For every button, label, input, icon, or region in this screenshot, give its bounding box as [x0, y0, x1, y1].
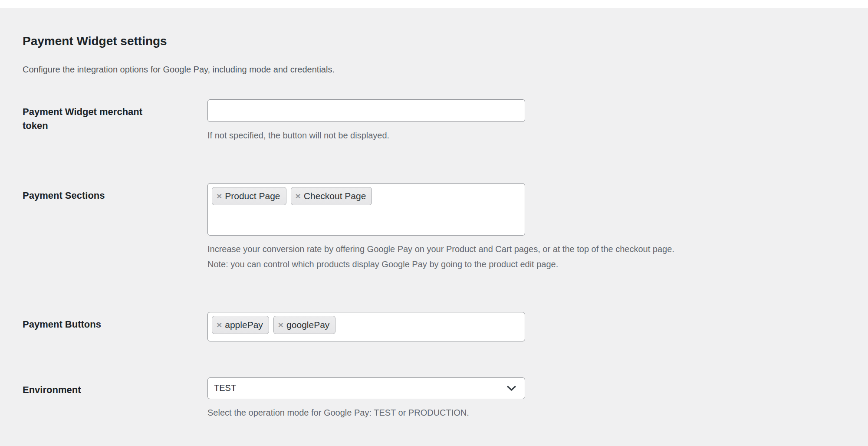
payment-buttons-label-text: Payment Buttons — [23, 318, 166, 331]
tag-label: Checkout Page — [304, 191, 366, 201]
environment-select[interactable]: TEST — [207, 377, 525, 399]
row-merchant-token: Payment Widget merchant token If not spe… — [23, 99, 827, 143]
payment-buttons-field: × applePay × googlePay — [207, 312, 827, 341]
environment-help: Select the operation mode for Google Pay… — [207, 405, 827, 420]
environment-label-text: Environment — [23, 383, 166, 397]
merchant-token-field: If not specified, the button will not be… — [207, 99, 827, 143]
payment-sections-field: × Product Page × Checkout Page Increase … — [207, 183, 827, 272]
payment-buttons-multiselect[interactable]: × applePay × googlePay — [207, 312, 525, 341]
help-line: If not specified, the button will not be… — [207, 128, 827, 143]
row-payment-sections: Payment Sections × Product Page × Checko… — [23, 183, 827, 272]
payment-sections-label: Payment Sections — [23, 183, 207, 203]
payment-sections-help: Increase your conversion rate by offerin… — [207, 242, 827, 272]
selected-tag-product-page: × Product Page — [212, 187, 286, 205]
top-bar — [0, 0, 868, 8]
selected-tag-applepay: × applePay — [212, 316, 269, 334]
help-line: Increase your conversion rate by offerin… — [207, 242, 827, 257]
merchant-token-label: Payment Widget merchant token — [23, 99, 207, 133]
tag-label: googlePay — [286, 320, 329, 330]
payment-sections-multiselect[interactable]: × Product Page × Checkout Page — [207, 183, 525, 236]
settings-content: Payment Widget settings Configure the in… — [0, 8, 868, 420]
selected-tag-googlepay: × googlePay — [273, 316, 336, 334]
settings-page: Payment Widget settings Configure the in… — [0, 0, 868, 446]
remove-tag-icon[interactable]: × — [217, 320, 222, 329]
help-line: Select the operation mode for Google Pay… — [207, 405, 827, 420]
remove-tag-icon[interactable]: × — [217, 191, 222, 200]
merchant-token-help: If not specified, the button will not be… — [207, 128, 827, 143]
help-line: Note: you can control which products dis… — [207, 257, 827, 272]
chevron-down-icon — [506, 385, 516, 391]
page-title: Payment Widget settings — [23, 35, 827, 48]
payment-buttons-label: Payment Buttons — [23, 312, 207, 331]
remove-tag-icon[interactable]: × — [278, 320, 283, 329]
settings-form: Payment Widget merchant token If not spe… — [23, 99, 827, 420]
environment-field: TEST Select the operation mode for Googl… — [207, 377, 827, 420]
tag-label: applePay — [225, 320, 263, 330]
row-payment-buttons: Payment Buttons × applePay × googlePay — [23, 312, 827, 341]
merchant-token-input[interactable] — [207, 99, 525, 122]
tag-label: Product Page — [225, 191, 280, 201]
section-description: Configure the integration options for Go… — [23, 64, 827, 75]
payment-sections-label-text: Payment Sections — [23, 189, 166, 203]
environment-label: Environment — [23, 377, 207, 397]
merchant-token-label-text: Payment Widget merchant token — [23, 105, 166, 133]
row-environment: Environment TEST Select the operation mo… — [23, 377, 827, 420]
selected-tag-checkout-page: × Checkout Page — [291, 187, 372, 205]
environment-select-value: TEST — [214, 383, 236, 393]
remove-tag-icon[interactable]: × — [296, 191, 301, 200]
